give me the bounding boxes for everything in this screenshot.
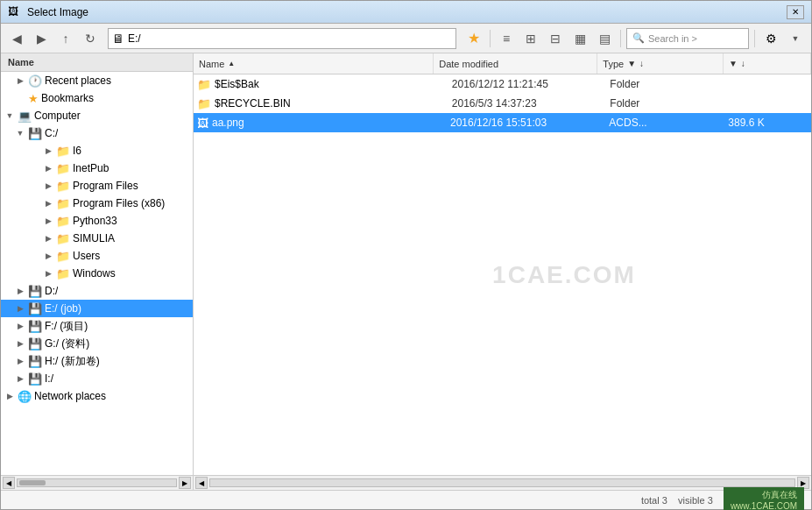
- col-header-type[interactable]: Type ▼ ↓: [597, 53, 724, 74]
- sidebar-item-network-places[interactable]: ▶ 🌐 Network places: [1, 387, 193, 405]
- main-area: Name ▶ 🕐 Recent places ★ Bookmarks ▼ 💻 C…: [1, 53, 811, 475]
- settings-dropdown[interactable]: ▼: [785, 28, 806, 49]
- file-type: Folder: [610, 78, 728, 90]
- file-type: ACDS...: [609, 117, 728, 129]
- sidebar-header-label: Name: [8, 57, 34, 67]
- scroll-left-content[interactable]: ◀: [195, 477, 208, 489]
- sidebar-item-d-drive[interactable]: ▶ 💾 D:/: [1, 282, 193, 300]
- sidebar-item-recent-places[interactable]: ▶ 🕐 Recent places: [1, 72, 193, 89]
- file-list-area: 📁 $Eis$Bak 2016/12/12 11:21:45 Folder 📁 …: [194, 74, 811, 475]
- file-row-eis-bak[interactable]: 📁 $Eis$Bak 2016/12/12 11:21:45 Folder: [194, 74, 811, 94]
- sidebar-item-label: SIMULIA: [73, 232, 115, 244]
- folder-icon: 📁: [197, 97, 211, 110]
- drive-icon: 💾: [28, 337, 42, 351]
- expand-icon: ▶: [15, 356, 25, 366]
- sidebar-item-windows[interactable]: ▶ 📁 Windows: [1, 265, 193, 282]
- drive-icon: 💾: [28, 320, 42, 333]
- image-file-icon: 🖼: [197, 117, 208, 130]
- folder-icon: 📁: [197, 78, 211, 91]
- folder-icon: 📁: [56, 232, 70, 245]
- file-name: aa.png: [212, 117, 450, 129]
- file-name: $RECYCLE.BIN: [215, 97, 452, 110]
- sidebar-item-program-files-x86[interactable]: ▶ 📁 Program Files (x86): [1, 195, 193, 212]
- sidebar-item-python33[interactable]: ▶ 📁 Python33: [1, 212, 193, 230]
- sidebar-item-label: G:/ (资料): [45, 336, 89, 351]
- sidebar-item-e-drive[interactable]: ▶ 💾 E:/ (job): [1, 300, 193, 317]
- search-placeholder: Search in >: [648, 33, 697, 44]
- logo-line1: 仿真在线: [731, 489, 797, 501]
- sidebar-scroll-track[interactable]: [17, 478, 177, 487]
- sidebar-item-computer[interactable]: ▼ 💻 Computer: [1, 107, 193, 124]
- drive-icon: 💾: [28, 355, 42, 368]
- sidebar-item-label: Program Files (x86): [73, 197, 165, 209]
- sidebar-item-label: F:/ (项目): [45, 319, 88, 334]
- expand-icon: ▼: [4, 110, 15, 121]
- back-button[interactable]: ◀: [6, 28, 27, 49]
- sidebar-item-label: Users: [73, 250, 100, 262]
- col-name-label: Name: [199, 59, 224, 69]
- drive-icon: 💾: [28, 285, 42, 298]
- file-name: $Eis$Bak: [215, 78, 452, 90]
- close-button[interactable]: ✕: [787, 5, 804, 19]
- sidebar-scrollbar: ◀ ▶: [1, 476, 194, 490]
- sidebar-item-users[interactable]: ▶ 📁 Users: [1, 247, 193, 265]
- refresh-button[interactable]: ↻: [80, 28, 101, 49]
- bottom-area: ◀ ▶ ◀ ▶ total 3 visible 3 仿真在线 www.1CAE.…: [1, 475, 811, 509]
- scroll-right[interactable]: ▶: [179, 477, 191, 489]
- toolbar: ◀ ▶ ↑ ↻ 🖥 E:/ ★ ≡ ⊞ ⊟ ▦ ▤ 🔍 Search in > …: [1, 24, 811, 53]
- view-thumb-button[interactable]: ▤: [594, 28, 615, 49]
- col-type-label: Type: [603, 59, 624, 69]
- separator-2: [620, 30, 621, 47]
- sidebar-item-label: Bookmarks: [41, 92, 94, 104]
- column-headers: Name ▲ Date modified Type ▼ ↓ ▼ ↓: [194, 53, 811, 74]
- sidebar-item-inetpub[interactable]: ▶ 📁 InetPub: [1, 159, 193, 177]
- sidebar-item-g-drive[interactable]: ▶ 💾 G:/ (资料): [1, 335, 193, 352]
- logo-area: 仿真在线 www.1CAE.COM: [724, 487, 804, 510]
- sidebar-item-c-drive[interactable]: ▼ 💾 C:/: [1, 124, 193, 142]
- col-header-name[interactable]: Name ▲: [194, 53, 434, 74]
- sidebar-item-h-drive[interactable]: ▶ 💾 H:/ (新加卷): [1, 352, 193, 370]
- file-list: 📁 $Eis$Bak 2016/12/12 11:21:45 Folder 📁 …: [194, 74, 811, 475]
- sidebar-item-bookmarks[interactable]: ★ Bookmarks: [1, 89, 193, 107]
- address-bar[interactable]: 🖥 E:/: [108, 28, 456, 49]
- content-scroll-track[interactable]: [209, 478, 795, 487]
- expand-icon: ▶: [43, 233, 53, 244]
- visible-value: 3: [708, 495, 713, 506]
- computer-icon: 💻: [18, 110, 32, 123]
- expand-icon: ▶: [15, 373, 25, 384]
- expand-icon: ▶: [15, 75, 25, 86]
- file-row-recycle-bin[interactable]: 📁 $RECYCLE.BIN 2016/5/3 14:37:23 Folder: [194, 94, 811, 113]
- title-controls: ✕: [787, 5, 804, 19]
- total-value: 3: [662, 495, 667, 506]
- bookmark-button[interactable]: ★: [463, 28, 484, 49]
- sidebar-item-i6[interactable]: ▶ 📁 I6: [1, 142, 193, 159]
- sidebar-item-label: Python33: [73, 215, 117, 227]
- drive-icon: 💾: [28, 127, 42, 140]
- view-tile-button[interactable]: ▦: [569, 28, 590, 49]
- sidebar-header: Name: [1, 53, 193, 72]
- col-header-size[interactable]: ▼ ↓: [724, 53, 811, 74]
- sidebar-item-simulia[interactable]: ▶ 📁 SIMULIA: [1, 230, 193, 247]
- search-bar[interactable]: 🔍 Search in >: [626, 28, 749, 49]
- drive-icon: 💾: [28, 302, 42, 315]
- expand-icon: ▶: [43, 216, 53, 226]
- view-detail-button[interactable]: ⊟: [545, 28, 566, 49]
- separator-3: [754, 30, 755, 47]
- file-row-aa-png[interactable]: 🖼 aa.png 2016/12/16 15:51:03 ACDS... 389…: [194, 113, 811, 132]
- sidebar-item-label: I:/: [45, 372, 53, 385]
- up-button[interactable]: ↑: [55, 28, 76, 49]
- col-header-date[interactable]: Date modified: [434, 53, 597, 74]
- folder-icon: 📁: [56, 197, 70, 210]
- sidebar-item-i-drive[interactable]: ▶ 💾 I:/: [1, 370, 193, 387]
- expand-icon: ▶: [15, 286, 25, 296]
- sidebar-item-program-files[interactable]: ▶ 📁 Program Files: [1, 177, 193, 195]
- view-list-button[interactable]: ≡: [496, 28, 517, 49]
- settings-button[interactable]: ⚙: [760, 28, 781, 49]
- expand-icon: ▶: [15, 321, 25, 331]
- sidebar: Name ▶ 🕐 Recent places ★ Bookmarks ▼ 💻 C…: [1, 53, 194, 475]
- scroll-left[interactable]: ◀: [3, 477, 15, 489]
- forward-button[interactable]: ▶: [31, 28, 52, 49]
- sidebar-item-f-drive[interactable]: ▶ 💾 F:/ (项目): [1, 317, 193, 335]
- view-grid-button[interactable]: ⊞: [520, 28, 541, 49]
- expand-icon: ▶: [4, 391, 15, 401]
